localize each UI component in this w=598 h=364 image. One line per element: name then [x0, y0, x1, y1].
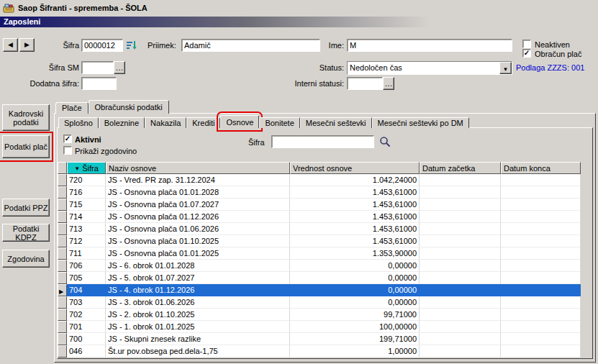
ime-input[interactable]	[347, 39, 512, 52]
cell-naziv[interactable]: JS - Osnovna plača 01.07.2027	[106, 199, 290, 211]
cell-datum-zacetka[interactable]	[420, 284, 501, 296]
sidebar-item-podatki-ppz[interactable]: Podatki PPZ	[2, 199, 50, 217]
cell-vrednost[interactable]: 1.453,61000	[290, 186, 420, 199]
cell-vrednost[interactable]: 1.453,61000	[290, 199, 420, 211]
cell-sifra[interactable]: 701	[67, 321, 106, 333]
cell-datum-zacetka[interactable]	[420, 296, 501, 309]
sifra-sm-input[interactable]	[81, 61, 114, 74]
status-select[interactable]: Nedoločen čas	[347, 61, 512, 75]
cell-sifra[interactable]: 716	[67, 186, 106, 199]
cell-sifra[interactable]: 713	[67, 223, 106, 235]
column-header-vrednost[interactable]: Vrednost osnove	[290, 162, 420, 174]
cell-datum-konca[interactable]	[501, 174, 581, 186]
cell-datum-konca[interactable]	[501, 321, 581, 333]
tab-osnove[interactable]: Osnove	[220, 115, 259, 128]
column-header-datum-konca[interactable]: Datum konca	[501, 162, 581, 174]
cell-vrednost[interactable]: 1.353,90000	[290, 247, 420, 260]
table-row[interactable]: 720 JS - Vred. PR zap. 31.12.2024 1.042,…	[58, 174, 581, 186]
cell-datum-zacetka[interactable]	[420, 272, 501, 284]
status-dropdown-button[interactable]	[499, 62, 512, 74]
cell-datum-konca[interactable]	[501, 296, 581, 309]
cell-datum-zacetka[interactable]	[420, 186, 501, 199]
search-icon[interactable]	[379, 136, 391, 147]
cell-datum-zacetka[interactable]	[420, 309, 501, 321]
sidebar-item-zgodovina[interactable]: Zgodovina	[2, 250, 50, 268]
cell-naziv[interactable]: Št.ur pov.obsega ped.dela-1,75	[106, 345, 290, 358]
cell-sifra[interactable]: 702	[67, 309, 106, 321]
cell-datum-konca[interactable]	[501, 345, 581, 358]
cell-sifra[interactable]: 704	[67, 284, 106, 296]
interni-statusi-input[interactable]	[347, 77, 383, 90]
cell-vrednost[interactable]: 0,00000	[290, 284, 420, 296]
table-row[interactable]: 701 JS - 1. obrok 01.01.2025 100,00000	[58, 321, 581, 333]
table-row[interactable]: 704 JS - 4. obrok 01.12.2026 0,00000	[58, 284, 581, 296]
cell-vrednost[interactable]: 1,00000	[290, 345, 420, 358]
cell-vrednost[interactable]: 1.042,24000	[290, 174, 420, 186]
tab-bonitete[interactable]: Bonitete	[259, 117, 299, 128]
cell-naziv[interactable]: JS - 3. obrok 01.06.2026	[106, 296, 290, 309]
cell-sifra[interactable]: 046	[67, 345, 106, 358]
cell-datum-konca[interactable]	[501, 186, 581, 199]
table-row[interactable]: 700 JS - Skupni znesek razlike 199,71000	[58, 333, 581, 345]
cell-sifra[interactable]: 706	[67, 260, 106, 272]
cell-datum-zacetka[interactable]	[420, 345, 501, 358]
tab-boleznine[interactable]: Boleznine	[99, 117, 145, 128]
cell-naziv[interactable]: JS - 5. obrok 01.07.2027	[106, 272, 290, 284]
cell-datum-zacetka[interactable]	[420, 260, 501, 272]
obracun-plac-checkbox[interactable]	[522, 49, 531, 58]
tab-mesecni-sestevki[interactable]: Mesečni seštevki	[300, 117, 372, 128]
cell-naziv[interactable]: JS - Vred. PR zap. 31.12.2024	[106, 174, 290, 186]
tab-krediti[interactable]: Krediti	[186, 117, 220, 128]
cell-datum-zacetka[interactable]	[420, 333, 501, 345]
table-row[interactable]: 703 JS - 3. obrok 01.06.2026 0,00000	[58, 296, 581, 309]
interni-statusi-ellipsis-button[interactable]	[383, 77, 394, 90]
neaktiven-checkbox[interactable]	[522, 40, 531, 48]
cell-vrednost[interactable]: 1.453,61000	[290, 235, 420, 247]
cell-datum-konca[interactable]	[501, 333, 581, 345]
cell-datum-konca[interactable]	[501, 309, 581, 321]
cell-vrednost[interactable]: 1.453,61000	[290, 223, 420, 235]
cell-sifra[interactable]: 700	[67, 333, 106, 345]
cell-naziv[interactable]: JS - 1. obrok 01.01.2025	[106, 321, 290, 333]
table-row[interactable]: 705 JS - 5. obrok 01.07.2027 0,00000	[58, 272, 581, 284]
cell-vrednost[interactable]: 1.453,61000	[290, 211, 420, 223]
table-row[interactable]: 711 JS - Osnovna plača 01.01.2025 1.353,…	[58, 247, 581, 260]
filter-sifra-input[interactable]	[271, 135, 374, 148]
sort-icon[interactable]	[126, 40, 137, 51]
tab-splosno[interactable]: Splošno	[58, 117, 99, 128]
cell-naziv[interactable]: JS - Osnovna plača 01.06.2026	[106, 223, 290, 235]
column-header-datum-zacetka[interactable]: Datum začetka	[420, 162, 501, 174]
cell-naziv[interactable]: JS - Skupni znesek razlike	[106, 333, 290, 345]
tab-mesecni-sestevki-po-dm[interactable]: Mesečni seštevki po DM	[372, 117, 469, 128]
cell-naziv[interactable]: JS - Osnovna plača 01.01.2025	[106, 247, 290, 260]
cell-vrednost[interactable]: 100,00000	[290, 321, 420, 333]
tab-place[interactable]: Plače	[55, 102, 89, 114]
cell-sifra[interactable]: 720	[67, 174, 106, 186]
cell-datum-konca[interactable]	[501, 247, 581, 260]
table-row[interactable]: 046 Št.ur pov.obsega ped.dela-1,75 1,000…	[58, 345, 581, 358]
cell-sifra[interactable]: 703	[67, 296, 106, 309]
cell-datum-konca[interactable]	[501, 223, 581, 235]
cell-datum-konca[interactable]	[501, 260, 581, 272]
cell-naziv[interactable]: JS - Osnovna plača 01.01.2028	[106, 186, 290, 199]
cell-datum-zacetka[interactable]	[420, 321, 501, 333]
cell-naziv[interactable]: JS - 4. obrok 01.12.2026	[106, 284, 290, 296]
table-row[interactable]: 712 JS - Osnovna plača 01.10.2025 1.453,…	[58, 235, 581, 247]
cell-sifra[interactable]: 705	[67, 272, 106, 284]
sidebar-item-kadrovski-podatki[interactable]: Kadrovski podatki	[2, 104, 50, 131]
cell-naziv[interactable]: JS - Osnovna plača 01.10.2025	[106, 235, 290, 247]
sidebar-item-podatki-plac[interactable]: Podatki plač	[2, 135, 50, 158]
cell-datum-konca[interactable]	[501, 199, 581, 211]
cell-datum-konca[interactable]	[501, 235, 581, 247]
prikazi-zgodovino-checkbox[interactable]	[63, 146, 72, 155]
cell-datum-zacetka[interactable]	[420, 235, 501, 247]
nav-next-button[interactable]: ▶	[19, 38, 35, 52]
cell-datum-zacetka[interactable]	[420, 211, 501, 223]
priimek-input[interactable]	[181, 39, 320, 52]
cell-sifra[interactable]: 711	[67, 247, 106, 260]
sidebar-item-podatki-kdpz[interactable]: Podatki KDPZ	[2, 224, 50, 242]
sifra-sm-ellipsis-button[interactable]	[114, 61, 125, 74]
column-header-naziv[interactable]: Naziv osnove	[106, 162, 290, 174]
sifra-input[interactable]	[81, 39, 123, 52]
cell-vrednost[interactable]: 99,71000	[290, 309, 420, 321]
